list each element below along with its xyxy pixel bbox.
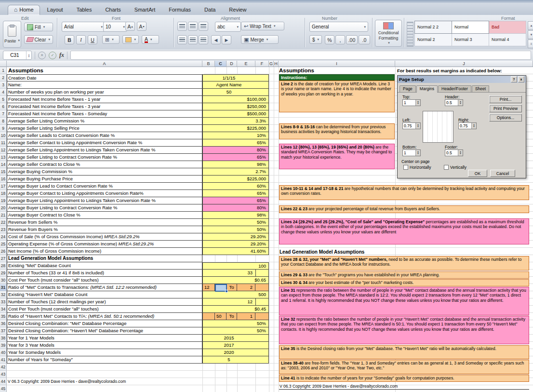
cell-value[interactable]: To	[227, 313, 237, 320]
vertically-checkbox[interactable]: Vertically	[444, 165, 466, 170]
row-label[interactable]: Revenue from Buyers %	[7, 226, 202, 233]
clear-button[interactable]: Clear▾	[24, 35, 53, 44]
right-margin-input[interactable]: 0.75▲▼	[458, 122, 477, 129]
cell-value[interactable]: 10%	[202, 132, 269, 139]
column-header-c[interactable]: C	[215, 61, 227, 67]
row-label[interactable]: Existing "Met" Database Count	[7, 262, 202, 270]
row-label[interactable]: Average Seller Contact to Listing Appoin…	[7, 139, 202, 147]
row-header-11[interactable]: 11	[0, 139, 7, 147]
row-header-42[interactable]: 42	[0, 364, 7, 371]
cell-value[interactable]: 5	[202, 356, 269, 364]
style-normal-4[interactable]: Normal 4	[489, 33, 526, 46]
print-button[interactable]: Print...	[489, 95, 522, 103]
row-label[interactable]: Average Buyer Contract to Close %	[7, 212, 202, 219]
cell-value[interactable]: 1	[237, 313, 255, 320]
cell-reference-box[interactable]: C31 ▴▾	[3, 51, 32, 60]
row-header-4[interactable]: 4	[0, 89, 7, 96]
comma-format-button[interactable]: ,	[335, 35, 345, 44]
row-header-34[interactable]: 34	[0, 306, 7, 313]
row-header-16[interactable]: 16	[0, 176, 7, 183]
row-header-45[interactable]: 45	[0, 385, 7, 392]
tab-data[interactable]: Data	[198, 5, 222, 15]
row-header-24[interactable]: 24	[0, 233, 7, 241]
header-margin-input[interactable]: 0.5▲▼	[445, 99, 463, 106]
row-header-39[interactable]: 39	[0, 342, 7, 349]
row-label[interactable]: Number of Touches (12 direct mailings pe…	[7, 298, 202, 306]
cell-value[interactable]: 500	[202, 291, 269, 298]
dialog-close-button[interactable]: x	[518, 76, 524, 82]
align-center-button[interactable]	[188, 35, 198, 44]
row-header-3[interactable]: 3	[0, 81, 7, 89]
row-header-37[interactable]: 37	[0, 327, 7, 335]
spinner-arrows[interactable]: ▲▼	[415, 150, 420, 156]
text-orientation-select[interactable]: abc▾	[215, 22, 241, 32]
cell-value[interactable]: 50%	[202, 226, 269, 233]
row-label[interactable]: Average Seller Listing Commission %	[7, 118, 202, 125]
row-label[interactable]: Average Buyer Lead to Contact Conversion…	[7, 183, 202, 190]
row-header-13[interactable]: 13	[0, 154, 7, 161]
row-label[interactable]: Average Buyer Listing to Contract Conver…	[7, 204, 202, 212]
cell-value[interactable]: 80%	[202, 204, 269, 212]
style-bad[interactable]: Bad	[489, 21, 526, 34]
column-header-b[interactable]: B	[202, 61, 215, 67]
column-header-a[interactable]: A	[7, 61, 202, 67]
fill-button[interactable]: Fill▾	[24, 23, 53, 31]
style-normal-2-2[interactable]: Normal 2 2	[414, 21, 452, 34]
tab-review[interactable]: Review	[223, 5, 253, 15]
cell-value[interactable]: 2020	[202, 349, 269, 356]
row-label[interactable]: Year for Someday Models	[7, 349, 202, 356]
percent-format-button[interactable]: %	[325, 35, 334, 44]
cell-value[interactable]: $500,000	[202, 110, 269, 118]
cell-value[interactable]: 65%	[202, 154, 269, 161]
insert-function-icon[interactable]: fx	[59, 52, 64, 59]
row-label[interactable]: Net Income (% of Gross Commission Income…	[7, 248, 202, 255]
row-header-17[interactable]: 17	[0, 183, 7, 190]
align-left-button[interactable]	[177, 35, 187, 44]
row-label[interactable]: Average Seller Leads to Contact Conversi…	[7, 132, 202, 139]
cell-value[interactable]: 100	[202, 262, 269, 270]
row-header-33[interactable]: 33	[0, 298, 7, 306]
row-label[interactable]: Average Seller Listing Selling Price	[7, 125, 202, 132]
cell-value[interactable]: 50	[215, 313, 227, 320]
row-label[interactable]: Average Buyer Contact to Listing Appoint…	[7, 190, 202, 197]
row-header-27[interactable]: 27	[0, 255, 7, 262]
gallery-expand[interactable]: ≡	[528, 40, 533, 48]
top-margin-input[interactable]: 1▲▼	[402, 99, 421, 106]
row-label[interactable]: Cost Per Touch (must consider "all" touc…	[7, 277, 202, 284]
cell-value[interactable]: 65%	[202, 197, 269, 204]
cell-value[interactable]: 50	[202, 89, 269, 96]
cell-value[interactable]: 2.7%	[202, 168, 269, 176]
decrease-indent-button[interactable]: ◄	[211, 35, 221, 44]
bold-button[interactable]: B	[65, 35, 74, 44]
cell-value[interactable]: 50%	[202, 219, 269, 226]
row-label[interactable]: Revenue from Sellers %	[7, 219, 202, 226]
bottom-margin-input[interactable]: 1▲▼	[402, 149, 421, 156]
tab-header-footer[interactable]: Header/Footer	[438, 85, 471, 92]
cell-value[interactable]: 65%	[202, 139, 269, 147]
style-normal-3[interactable]: Normal 3	[452, 33, 489, 46]
cell-value[interactable]	[255, 284, 269, 291]
row-label[interactable]: Year for 3 Year Models	[7, 342, 202, 349]
row-header-44[interactable]: 44	[0, 378, 7, 385]
cell-value[interactable]: 2	[237, 284, 255, 291]
row-label[interactable]: Number of Years for "Someday"	[7, 356, 202, 364]
italic-button[interactable]: I	[76, 35, 86, 44]
row-label[interactable]: Operating Expense (% of Gross Commission…	[7, 241, 202, 248]
row-label[interactable]: Name:	[7, 81, 202, 89]
merge-button[interactable]: ▣Merge▾	[241, 35, 279, 44]
left-margin-input[interactable]: 0.75▲▼	[402, 122, 421, 129]
spinner-arrows[interactable]: ▲▼	[458, 150, 463, 156]
row-header-14[interactable]: 14	[0, 161, 7, 168]
increase-font-button[interactable]: A▴	[125, 22, 135, 31]
row-header-35[interactable]: 35	[0, 313, 7, 320]
row-header-25[interactable]: 25	[0, 241, 7, 248]
column-header-i[interactable]: I	[279, 61, 395, 67]
cell-value[interactable]: 29.20%	[202, 241, 269, 248]
footer-margin-input[interactable]: 0.5▲▼	[445, 149, 463, 156]
cell-value[interactable]	[202, 313, 215, 320]
row-label[interactable]: Existing "Haven't Met" Database Count	[7, 291, 202, 298]
cell-value[interactable]: 50%	[202, 327, 269, 335]
row-header-20[interactable]: 20	[0, 204, 7, 212]
tab-formulas[interactable]: Formulas	[162, 5, 197, 15]
underline-button[interactable]: U	[88, 35, 97, 44]
